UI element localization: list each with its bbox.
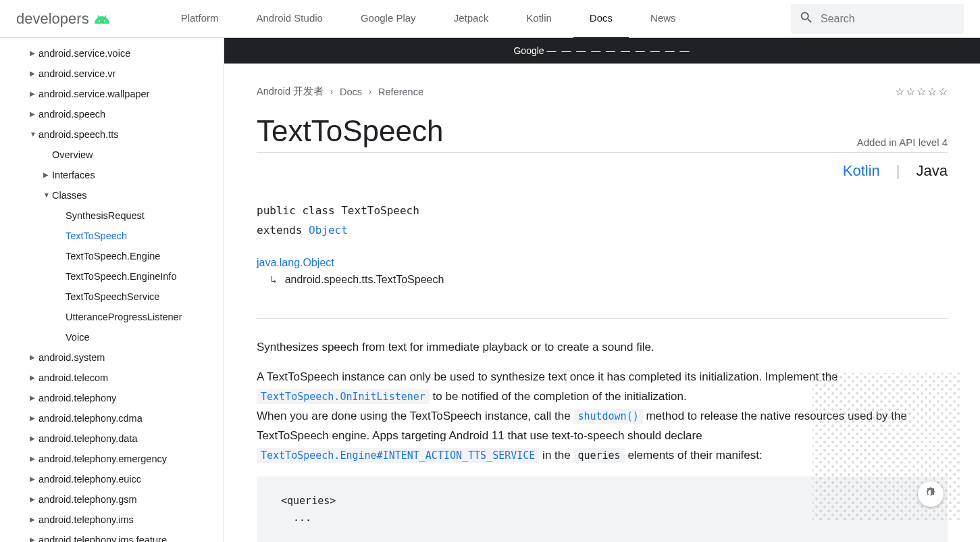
search-input[interactable] <box>821 13 956 25</box>
chevron-right-icon: ▶ <box>30 428 38 449</box>
top-nav: PlatformAndroid StudioGoogle PlayJetpack… <box>165 0 791 39</box>
sig-keyword: public class <box>257 204 341 217</box>
star-icon[interactable]: ☆ <box>938 85 948 98</box>
inherit-arrow-icon: ↳ <box>270 273 277 286</box>
chevron-right-icon: ▶ <box>30 510 38 530</box>
sidebar-item-label: android.speech.tts <box>38 124 119 145</box>
code-link[interactable]: shutdown() <box>573 409 642 424</box>
sidebar-item-overview[interactable]: Overview <box>0 145 224 165</box>
star-icon[interactable]: ☆ <box>927 85 937 98</box>
sidebar-item-android-telephony-emergency[interactable]: ▶android.telephony.emergency <box>0 449 224 469</box>
nav-item-kotlin[interactable]: Kotlin <box>510 0 568 39</box>
sig-classname: TextToSpeech <box>341 204 419 217</box>
search-box[interactable] <box>791 4 964 34</box>
sidebar-item-label: android.service.wallpaper <box>38 84 149 104</box>
sidebar-item-android-telephony[interactable]: ▶android.telephony <box>0 388 224 408</box>
nav-item-news[interactable]: News <box>634 0 692 39</box>
breadcrumb-item[interactable]: Docs <box>340 87 362 97</box>
chevron-right-icon: ▶ <box>30 469 38 489</box>
chevron-right-icon: ▶ <box>30 408 38 428</box>
api-level-badge: Added in API level 4 <box>857 137 948 148</box>
code-link[interactable]: TextToSpeech.Engine#INTENT_ACTION_TTS_SE… <box>257 448 539 463</box>
top-banner: Google — — — — — — — — — — <box>224 38 980 64</box>
chevron-right-icon: ▶ <box>30 64 38 84</box>
sidebar-item-android-telephony-data[interactable]: ▶android.telephony.data <box>0 428 224 449</box>
nav-item-google-play[interactable]: Google Play <box>344 0 432 39</box>
section-divider <box>257 318 948 319</box>
sig-super-link[interactable]: Object <box>309 224 348 237</box>
sidebar-item-android-telephony-gsm[interactable]: ▶android.telephony.gsm <box>0 489 224 510</box>
sidebar-item-label: android.telephony <box>38 388 116 408</box>
sidebar-item-label: android.telephony.gsm <box>38 489 137 510</box>
sidebar-item-label: SynthesisRequest <box>66 205 145 226</box>
chevron-right-icon: ▶ <box>30 489 38 510</box>
sig-keyword: extends <box>257 224 309 237</box>
sidebar-item-android-service-wallpaper[interactable]: ▶android.service.wallpaper <box>0 84 224 104</box>
sidebar-item-android-telephony-cdma[interactable]: ▶android.telephony.cdma <box>0 408 224 428</box>
package-tree: ▶android.service.voice▶android.service.v… <box>0 43 224 542</box>
sidebar-item-label: android.telephony.data <box>38 428 137 449</box>
code-literal: queries <box>573 448 624 463</box>
nav-item-platform[interactable]: Platform <box>165 0 235 39</box>
sidebar-item-label: Voice <box>66 327 89 347</box>
search-icon <box>799 10 821 28</box>
star-icon[interactable]: ☆ <box>906 85 915 98</box>
language-tabs: Kotlin | Java <box>257 162 948 180</box>
sidebar-item-label: android.system <box>38 347 105 368</box>
sidebar-item-texttospeech[interactable]: TextToSpeech <box>0 226 224 246</box>
sidebar-item-label: android.telephony.emergency <box>38 449 167 469</box>
breadcrumb-item[interactable]: Android 开发者 <box>257 85 324 98</box>
breadcrumb-item[interactable]: Reference <box>378 87 423 97</box>
chevron-down-icon: ▼ <box>43 185 52 205</box>
svg-point-0 <box>99 20 100 22</box>
sidebar-item-android-telecom[interactable]: ▶android.telecom <box>0 368 224 388</box>
sidebar-item-synthesisrequest[interactable]: SynthesisRequest <box>0 205 224 226</box>
sidebar-item-label: TextToSpeech.Engine <box>66 246 160 266</box>
sidebar-item-label: android.telephony.cdma <box>38 408 143 428</box>
sidebar-item-label: android.telephony.euicc <box>38 469 141 489</box>
nav-item-android-studio[interactable]: Android Studio <box>240 0 339 39</box>
sidebar-item-texttospeech-engineinfo[interactable]: TextToSpeech.EngineInfo <box>0 266 224 287</box>
chevron-right-icon: ▶ <box>30 449 38 469</box>
sidebar-item-voice[interactable]: Voice <box>0 327 224 347</box>
sidebar-item-label: android.telephony.ims.feature <box>38 530 167 542</box>
code-link[interactable]: TextToSpeech.OnInitListener <box>257 389 430 404</box>
sidebar-item-label: android.service.voice <box>38 43 130 64</box>
inherit-child-text: android.speech.tts.TextToSpeech <box>285 274 444 285</box>
sidebar-item-android-service-voice[interactable]: ▶android.service.voice <box>0 43 224 64</box>
nav-item-jetpack[interactable]: Jetpack <box>438 0 505 39</box>
chevron-right-icon: ▶ <box>30 104 38 124</box>
star-icon[interactable]: ☆ <box>917 85 926 98</box>
sidebar-item-android-system[interactable]: ▶android.system <box>0 347 224 368</box>
sidebar-item-android-speech-tts[interactable]: ▼android.speech.tts <box>0 124 224 145</box>
sidebar-item-texttospeechservice[interactable]: TextToSpeechService <box>0 287 224 307</box>
tab-java[interactable]: Java <box>917 162 948 180</box>
nav-item-docs[interactable]: Docs <box>573 0 629 39</box>
sidebar-item-utteranceprogresslistener[interactable]: UtteranceProgressListener <box>0 307 224 327</box>
sidebar-item-android-service-vr[interactable]: ▶android.service.vr <box>0 64 224 84</box>
tab-kotlin[interactable]: Kotlin <box>843 162 880 180</box>
rating-stars[interactable]: ☆ ☆ ☆ ☆ ☆ <box>895 85 948 98</box>
sidebar-item-android-telephony-ims[interactable]: ▶android.telephony.ims <box>0 510 224 530</box>
chevron-right-icon: ▶ <box>30 530 38 542</box>
theme-toggle-button[interactable] <box>918 481 944 507</box>
chevron-right-icon: ▶ <box>30 368 38 388</box>
sidebar-item-android-telephony-euicc[interactable]: ▶android.telephony.euicc <box>0 469 224 489</box>
sidebar-item-android-speech[interactable]: ▶android.speech <box>0 104 224 124</box>
star-icon[interactable]: ☆ <box>895 85 904 98</box>
sidebar[interactable]: ▶android.service.voice▶android.service.v… <box>0 38 224 542</box>
sidebar-item-label: android.service.vr <box>38 64 115 84</box>
chevron-right-icon: ▶ <box>30 347 38 368</box>
logo[interactable]: developers <box>16 10 111 28</box>
sidebar-item-classes[interactable]: ▼Classes <box>0 185 224 205</box>
inherit-root-link[interactable]: java.lang.Object <box>257 257 334 268</box>
chevron-right-icon: › <box>369 87 371 97</box>
svg-point-1 <box>104 20 105 22</box>
logo-text: developers <box>16 10 89 28</box>
sidebar-item-android-telephony-ims-feature[interactable]: ▶android.telephony.ims.feature <box>0 530 224 542</box>
sidebar-item-label: TextToSpeech <box>66 226 127 246</box>
sidebar-item-label: TextToSpeech.EngineInfo <box>66 266 176 287</box>
sidebar-item-texttospeech-engine[interactable]: TextToSpeech.Engine <box>0 246 224 266</box>
class-signature: public class TextToSpeech extends Object <box>257 201 948 241</box>
sidebar-item-interfaces[interactable]: ▶Interfaces <box>0 165 224 185</box>
